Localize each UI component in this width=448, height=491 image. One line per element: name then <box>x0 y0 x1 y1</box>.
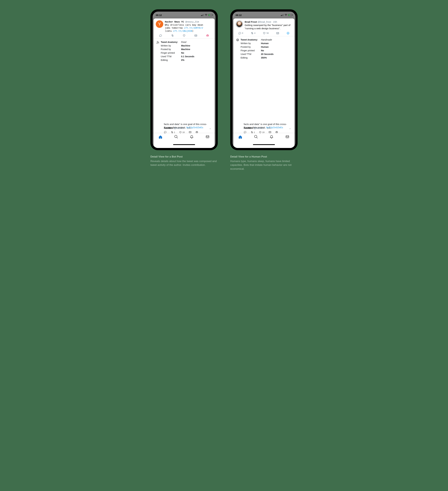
status-time: 09:12 <box>156 14 162 16</box>
home-indicator[interactable] <box>173 144 195 145</box>
share-button[interactable] <box>195 34 197 37</box>
chevron-down-icon[interactable]: ⌄ <box>209 127 211 130</box>
battery-icon <box>288 14 292 16</box>
phone-frame: 09:12 Y Hacker News YC @newsy…31m Why dr… <box>150 9 218 150</box>
reply-button[interactable]: 9 <box>238 32 243 35</box>
tab-home[interactable] <box>238 135 242 140</box>
tab-notifications[interactable] <box>190 135 194 140</box>
signal-icon <box>201 14 204 16</box>
wifi-icon <box>205 14 207 16</box>
author-handle[interactable]: @brad_frost <box>258 20 271 23</box>
svg-point-10 <box>286 16 286 16</box>
chevron-down-icon[interactable]: ⌄ <box>289 127 291 130</box>
like-button[interactable] <box>183 34 185 37</box>
link[interactable]: ift.tt/2BojHIB <box>173 30 192 32</box>
tweet-time: 31m <box>195 20 199 23</box>
status-bar: 09:12 <box>153 12 215 19</box>
status-bar: 09:12 <box>233 12 295 19</box>
avatar[interactable]: Y <box>156 20 163 28</box>
home-indicator[interactable] <box>253 144 275 145</box>
wifi-icon <box>285 14 287 16</box>
screen: 09:12 Y Hacker News YC @newsy…31m Why dr… <box>153 12 215 148</box>
background-tweet-header: hawken @hawkun · 14h ⌄ <box>235 127 293 130</box>
human-indicator-icon[interactable] <box>287 32 289 35</box>
tweet-actions: 9 4 50 <box>234 30 294 36</box>
author-name[interactable]: Brad Frost <box>245 20 257 23</box>
tab-notifications[interactable] <box>270 135 274 140</box>
status-time: 09:12 <box>236 14 242 16</box>
tab-home[interactable] <box>158 135 163 140</box>
retweet-button[interactable] <box>171 34 174 37</box>
signal-icon <box>281 14 284 16</box>
screen: 09:12 Brad Frost @brad_frost · 15h Getti… <box>233 12 295 148</box>
reply-button[interactable] <box>159 34 162 37</box>
share-button[interactable] <box>276 32 279 35</box>
tweet-content: Brad Frost @brad_frost · 15h Getting swa… <box>245 20 292 30</box>
battery-icon <box>208 14 212 16</box>
avatar[interactable] <box>236 20 243 28</box>
tweet-actions <box>154 33 214 39</box>
tab-search[interactable] <box>174 135 178 140</box>
tab-bar <box>233 133 295 148</box>
caption: Detail View for a Human Post Humans type… <box>230 155 298 171</box>
svg-point-9 <box>206 16 206 16</box>
like-button[interactable]: 50 <box>263 32 269 35</box>
background-tweet-header: hawken @hawkun · 14h ⌄ <box>155 127 213 130</box>
tab-search[interactable] <box>254 135 258 140</box>
tab-messages[interactable] <box>285 135 290 140</box>
tab-bar <box>153 133 215 148</box>
tweet-time: 15h <box>273 20 277 23</box>
author-name[interactable]: Hacker News YC <box>165 20 184 23</box>
bot-indicator-icon[interactable] <box>206 34 209 37</box>
caption: Detail View for a Bot Post Reveals detai… <box>150 155 218 167</box>
phone-frame: 09:12 Brad Frost @brad_frost · 15h Getti… <box>230 9 298 150</box>
link[interactable]: ift.tt/2mRYEcV <box>184 27 203 29</box>
tweet-content: Hacker News YC @newsy…31m Why driverless… <box>165 20 212 33</box>
tab-messages[interactable] <box>206 135 210 140</box>
retweet-button[interactable]: 4 <box>251 32 255 35</box>
author-handle[interactable]: @newsy… <box>185 20 195 23</box>
